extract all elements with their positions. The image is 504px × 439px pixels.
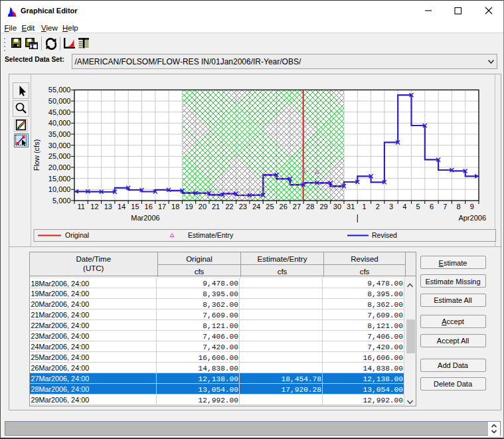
svg-text:29: 29: [319, 203, 327, 211]
svg-text:Mar2006: Mar2006: [131, 214, 159, 222]
svg-text:10,000: 10,000: [48, 185, 71, 193]
svg-text:Flow (cfs): Flow (cfs): [33, 139, 41, 171]
svg-text:50,000: 50,000: [48, 97, 71, 105]
svg-text:40,000: 40,000: [48, 119, 71, 127]
svg-text:30: 30: [333, 203, 341, 211]
svg-text:Estimate/Entry: Estimate/Entry: [188, 231, 234, 239]
svg-text:6: 6: [430, 203, 434, 211]
svg-text:2: 2: [376, 203, 380, 211]
svg-text:12: 12: [90, 203, 98, 211]
svg-text:28: 28: [306, 203, 314, 211]
svg-text:9: 9: [470, 203, 474, 211]
svg-text:8: 8: [457, 203, 461, 211]
svg-text:24: 24: [252, 203, 260, 211]
svg-text:31: 31: [347, 203, 355, 211]
svg-text:Original: Original: [65, 231, 89, 239]
svg-text:5,000: 5,000: [52, 197, 71, 205]
svg-text:5: 5: [416, 203, 420, 211]
svg-text:17: 17: [158, 203, 166, 211]
svg-text:3: 3: [389, 203, 393, 211]
svg-text:15: 15: [131, 203, 139, 211]
svg-text:Apr2006: Apr2006: [458, 214, 486, 222]
svg-text:14: 14: [118, 203, 126, 211]
svg-text:22: 22: [225, 203, 233, 211]
svg-text:11: 11: [77, 203, 84, 211]
svg-text:55,000: 55,000: [48, 86, 71, 94]
svg-text:30,000: 30,000: [48, 141, 71, 149]
svg-text:27: 27: [293, 203, 301, 211]
svg-text:19: 19: [185, 203, 193, 211]
svg-text:15,000: 15,000: [48, 175, 71, 183]
svg-text:Revised: Revised: [372, 231, 397, 239]
svg-text:4: 4: [402, 203, 406, 211]
svg-text:20: 20: [199, 203, 207, 211]
svg-text:7: 7: [443, 203, 447, 211]
svg-text:1: 1: [362, 203, 366, 211]
svg-text:21: 21: [212, 203, 220, 211]
svg-text:26: 26: [280, 203, 288, 211]
svg-text:25: 25: [266, 203, 274, 211]
svg-text:18: 18: [171, 203, 179, 211]
svg-text:35,000: 35,000: [48, 130, 71, 138]
svg-text:20,000: 20,000: [48, 163, 71, 171]
svg-text:25,000: 25,000: [48, 152, 71, 160]
svg-text:23: 23: [239, 203, 247, 211]
svg-text:45,000: 45,000: [48, 108, 71, 116]
svg-text:13: 13: [104, 203, 112, 211]
svg-text:16: 16: [145, 203, 153, 211]
